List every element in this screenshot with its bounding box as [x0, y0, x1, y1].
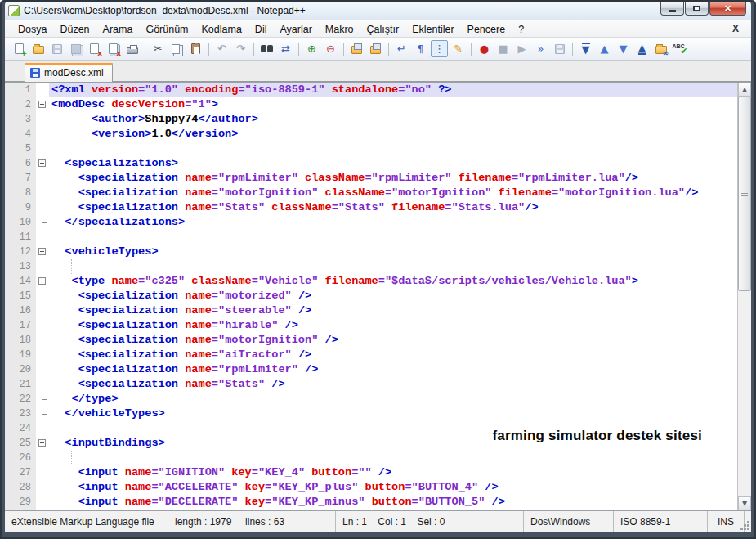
cut-icon[interactable]: ✂ — [150, 40, 167, 57]
word-wrap-icon[interactable]: ↵ — [393, 40, 410, 57]
code-text[interactable]: <input name="IGNITION" key="KEY_4" butto… — [49, 465, 737, 480]
code-line-26[interactable]: 26 — [5, 451, 737, 465]
code-text[interactable]: <type name="c325" className="Vehicle" fi… — [49, 274, 737, 289]
code-line-19[interactable]: 19 <specialization name="aiTractor" /> — [5, 348, 737, 362]
find-icon[interactable] — [258, 40, 275, 57]
zoom-out-icon[interactable]: ⊖ — [322, 40, 339, 57]
code-line-2[interactable]: 2<modDesc descVersion="1"> — [5, 97, 737, 112]
code-text[interactable]: </type> — [49, 392, 737, 406]
fold-toggle[interactable] — [36, 156, 49, 171]
code-line-7[interactable]: 7 <specialization name="rpmLimiter" clas… — [5, 171, 737, 186]
code-text[interactable]: <vehicleTypes> — [49, 245, 737, 259]
open-file-icon[interactable] — [29, 40, 47, 57]
code-text[interactable]: <specialization name="Stats" /> — [49, 377, 737, 392]
menu-item-dosya[interactable]: Dosya — [11, 22, 53, 37]
code-text[interactable]: <specialization name="motorized" /> — [49, 289, 737, 303]
code-text[interactable]: <specializations> — [49, 156, 737, 171]
menu-item-d-zen[interactable]: Düzen — [53, 22, 96, 37]
code-line-8[interactable]: 8 <specialization name="motorIgnition" c… — [5, 186, 737, 200]
redo-icon[interactable]: ↷ — [232, 40, 249, 57]
menu-item-ayarlar[interactable]: Ayarlar — [273, 22, 318, 37]
menu-item-pencere[interactable]: Pencere — [461, 22, 512, 37]
code-line-13[interactable]: 13 — [5, 259, 737, 274]
menu-item-eklentiler[interactable]: Eklentiler — [405, 22, 460, 37]
code-text[interactable]: <input name="DECELERATE" key="KEY_KP_min… — [49, 495, 737, 510]
scroll-down-button[interactable]: ▼ — [738, 496, 751, 510]
menu-item-makro[interactable]: Makro — [319, 22, 360, 37]
code-line-20[interactable]: 20 <specialization name="rpmLimiter" /> — [5, 362, 737, 377]
save-all-icon[interactable] — [67, 40, 84, 57]
code-line-21[interactable]: 21 <specialization name="Stats" /> — [5, 377, 737, 392]
code-line-10[interactable]: 10 </specializations> — [5, 215, 737, 230]
code-text[interactable] — [49, 259, 737, 274]
menu-item-al-t-r[interactable]: Çalıştır — [360, 22, 406, 37]
zoom-in-icon[interactable]: ⊕ — [303, 40, 320, 57]
code-line-11[interactable]: 11 — [5, 230, 737, 245]
code-line-22[interactable]: 22 </type> — [5, 392, 737, 406]
code-line-12[interactable]: 12 <vehicleTypes> — [5, 245, 737, 259]
menu-close-doc-button[interactable]: X — [728, 22, 743, 35]
close-file-icon[interactable]: x — [86, 40, 103, 57]
indent-guide-icon[interactable]: ⋮ — [431, 40, 448, 57]
load-session-icon[interactable]: ∞ — [652, 40, 669, 57]
code-text[interactable]: </vehicleTypes> — [49, 406, 737, 421]
status-insert-mode[interactable]: INS — [708, 511, 745, 532]
code-line-23[interactable]: 23 </vehicleTypes> — [5, 406, 737, 421]
code-line-18[interactable]: 18 <specialization name="motorIgnition" … — [5, 333, 737, 348]
show-all-chars-icon[interactable]: ¶ — [412, 40, 429, 57]
copy-icon[interactable] — [168, 40, 186, 57]
save-file-icon[interactable] — [48, 40, 65, 57]
menu-item-g-r-n-m[interactable]: Görünüm — [139, 22, 195, 37]
user-define-dialog-icon[interactable]: ✎ — [450, 40, 467, 57]
nav-last-icon[interactable]: ▲ — [633, 40, 651, 57]
resize-grip[interactable] — [745, 511, 751, 532]
new-file-icon[interactable]: + — [11, 40, 28, 57]
code-text[interactable]: </specializations> — [49, 215, 737, 230]
code-text[interactable]: <specialization name="steerable" /> — [49, 303, 737, 318]
code-text[interactable]: <version>1.0</version> — [49, 127, 737, 141]
code-line-9[interactable]: 9 <specialization name="Stats" className… — [5, 200, 737, 215]
code-text[interactable]: <input name="ACCELERATE" key="KEY_KP_plu… — [49, 480, 737, 495]
maximize-button[interactable] — [685, 2, 709, 16]
fold-toggle[interactable] — [36, 436, 49, 451]
code-line-4[interactable]: 4 <version>1.0</version> — [5, 127, 737, 141]
vertical-scrollbar[interactable]: ▲ ▼ — [737, 83, 751, 510]
close-button[interactable]: ✕ — [709, 2, 746, 16]
menu-item-kodlama[interactable]: Kodlama — [195, 22, 248, 37]
code-area[interactable]: 1<?xml version="1.0" encoding="iso-8859-… — [5, 83, 737, 510]
code-line-14[interactable]: 14 <type name="c325" className="Vehicle"… — [5, 274, 737, 289]
record-macro-icon[interactable]: ● — [476, 40, 493, 57]
code-line-16[interactable]: 16 <specialization name="steerable" /> — [5, 303, 737, 318]
code-text[interactable] — [49, 230, 737, 245]
menu-item-dil[interactable]: Dil — [248, 22, 274, 37]
code-text[interactable]: <author>Shippy74</author> — [49, 112, 737, 127]
fold-toggle[interactable] — [36, 97, 49, 112]
nav-first-icon[interactable]: ▼ — [577, 40, 594, 57]
fold-toggle[interactable] — [36, 245, 49, 259]
code-text[interactable]: <specialization name="motorIgnition" /> — [49, 333, 737, 348]
nav-prev-icon[interactable]: ▲ — [596, 40, 613, 57]
undo-icon[interactable]: ↶ — [213, 40, 230, 57]
close-all-icon[interactable]: x — [105, 40, 122, 57]
sync-horizontal-scroll-icon[interactable] — [367, 40, 384, 57]
nav-next-icon[interactable]: ▼ — [615, 40, 632, 57]
play-macro-icon[interactable]: ▶ — [513, 40, 530, 57]
tab-moddesc-xml[interactable]: modDesc.xml — [25, 63, 113, 82]
code-line-6[interactable]: 6 <specializations> — [5, 156, 737, 171]
run-macro-multiple-icon[interactable]: » — [532, 40, 549, 57]
code-line-3[interactable]: 3 <author>Shippy74</author> — [5, 112, 737, 127]
code-line-27[interactable]: 27 <input name="IGNITION" key="KEY_4" bu… — [5, 465, 737, 480]
sync-vertical-scroll-icon[interactable] — [348, 40, 365, 57]
scroll-up-button[interactable]: ▲ — [738, 83, 751, 97]
code-line-29[interactable]: 29 <input name="DECELERATE" key="KEY_KP_… — [5, 495, 737, 510]
code-line-17[interactable]: 17 <specialization name="hirable" /> — [5, 318, 737, 333]
code-text[interactable]: <specialization name="aiTractor" /> — [49, 348, 737, 362]
code-text[interactable] — [49, 451, 737, 465]
stop-macro-icon[interactable]: ■ — [494, 40, 512, 57]
fold-toggle[interactable] — [36, 274, 49, 289]
code-text[interactable]: <?xml version="1.0" encoding="iso-8859-1… — [49, 83, 737, 97]
spell-check-icon[interactable]: ABC✔ — [671, 40, 688, 57]
minimize-button[interactable] — [660, 2, 684, 16]
menu-item-[interactable]: ? — [512, 22, 530, 37]
code-text[interactable]: <modDesc descVersion="1"> — [49, 97, 737, 112]
